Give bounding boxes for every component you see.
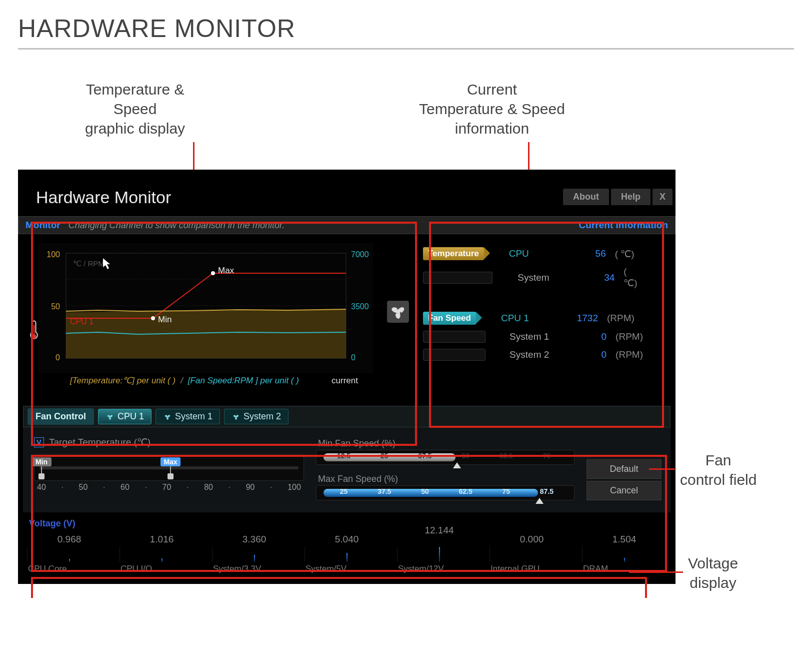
current-info: Temperature CPU 56 ( ℃) System 34 ( ℃) — [423, 243, 643, 388]
fan-cpu1-label: CPU 1 — [501, 313, 561, 324]
help-button[interactable]: Help — [611, 189, 650, 205]
target-temp-ticks: 40· 50· 60· 70· 80· 90· 100 — [34, 481, 304, 492]
target-temp-slider[interactable]: Min Max — [34, 454, 304, 481]
voltage-row: 0.968 CPU Core 1.016 CPU I/O 3.360 Syste… — [23, 531, 670, 578]
monitor-subtitle: Changing Channel to show comparison in t… — [68, 220, 285, 231]
ann-graphic: Temperature & Speed graphic display — [85, 80, 185, 138]
ann-fan: Fan control field — [680, 450, 756, 489]
temp-cpu-value: 56 — [578, 248, 606, 259]
voltage-name: System/3.3V — [212, 562, 296, 574]
voltage-cell: 3.360 System/3.3V — [208, 532, 300, 576]
fanspeed-badge: Fan Speed — [423, 312, 476, 325]
target-temp-row: V Target Temperature (℃) — [34, 436, 304, 448]
voltage-name: System/12V — [397, 562, 482, 574]
voltage-heading: Voltage (V) — [23, 516, 670, 531]
svg-text:100: 100 — [46, 250, 60, 259]
fan-cpu1-value: 1732 — [570, 313, 598, 324]
svg-point-1 — [32, 334, 36, 339]
voltage-value: 12.144 — [397, 525, 482, 538]
temp-sys-unit: ( ℃) — [624, 266, 643, 289]
footer-temp: [Temperature:℃] per unit ( ) — [70, 375, 176, 386]
temperature-badge: Temperature — [423, 247, 484, 260]
min-speed-label: Min Fan Speed (%) — [318, 438, 574, 449]
titlebar: Hardware Monitor About Help X — [18, 170, 676, 216]
fan-mini-icon — [106, 412, 114, 421]
voltage-cell: 5.040 System/5V — [300, 532, 393, 576]
voltage-cell: 0.968 CPU Core — [23, 532, 116, 576]
tab-system2[interactable]: System 2 — [224, 409, 288, 424]
temp-sys-label: System — [518, 272, 578, 283]
voltage-value: 0.000 — [490, 534, 574, 547]
svg-text:Max: Max — [218, 266, 234, 275]
svg-text:7000: 7000 — [351, 250, 369, 259]
annotations-top: Temperature & Speed graphic display Curr… — [18, 80, 794, 170]
voltage-name: CPU I/O — [120, 562, 204, 574]
voltage-cell: 1.504 DRAM — [578, 532, 670, 576]
badge-slot — [423, 272, 492, 284]
fan-sys2-value: 0 — [578, 349, 606, 360]
svg-text:℃ / RPM: ℃ / RPM — [73, 259, 104, 268]
monitor-header: Monitor Changing Channel to show compari… — [18, 216, 676, 234]
temp-cpu-unit: ( ℃) — [615, 248, 634, 260]
voltage-value: 5.040 — [304, 534, 389, 547]
voltage-value: 1.504 — [582, 534, 666, 547]
voltage-name: System/5V — [304, 562, 389, 574]
voltage-name: CPU Core — [27, 562, 112, 574]
page-title: HARDWARE MONITOR — [18, 14, 794, 50]
temp-cpu-label: CPU — [509, 248, 569, 259]
svg-text:CPU 1: CPU 1 — [70, 317, 94, 326]
svg-point-16 — [211, 271, 215, 275]
max-speed-label: Max Fan Speed (%) — [318, 474, 574, 484]
about-button[interactable]: About — [563, 189, 609, 205]
fan-control-tabs: Fan Control CPU 1 System 1 System 2 — [23, 406, 670, 427]
fan-sys1-unit: (RPM) — [616, 331, 643, 342]
fan-sys1-value: 0 — [578, 331, 606, 342]
current-info-heading: Current Information — [579, 220, 668, 231]
fan-mini-icon — [232, 412, 240, 421]
voltage-value: 0.968 — [27, 534, 112, 547]
fan-icon — [387, 301, 409, 325]
max-speed-slider[interactable]: 25 37.5 50 62.5 75 87.5 — [316, 485, 574, 500]
ann-voltage: Voltage display — [688, 553, 738, 592]
tab-cpu1[interactable]: CPU 1 — [98, 409, 152, 424]
min-speed-slider[interactable]: 12.5 25 37.5 50 62.5 75 — [316, 450, 574, 465]
badge-slot — [423, 349, 486, 361]
footer-current: current — [332, 376, 358, 386]
tab-system1[interactable]: System 1 — [156, 409, 220, 424]
cancel-button[interactable]: Cancel — [586, 481, 662, 500]
target-temp-checkbox[interactable]: V — [34, 437, 44, 447]
voltage-cell: 1.016 CPU I/O — [116, 532, 208, 576]
svg-text:0: 0 — [56, 353, 60, 362]
target-temp-label: Target Temperature (℃) — [49, 436, 150, 448]
chart-footer: [Temperature:℃] per unit ( ) / [Fan Spee… — [38, 373, 373, 388]
fan-sys2-unit: (RPM) — [616, 349, 643, 360]
fan-sys1-label: System 1 — [510, 331, 570, 342]
close-button[interactable]: X — [652, 189, 672, 205]
svg-rect-0 — [34, 325, 34, 336]
svg-text:50: 50 — [51, 302, 60, 311]
voltage-cell: 0.000 Internal GPU — [486, 532, 578, 576]
voltage-cell: 12.144 System/12V — [393, 532, 486, 576]
ann-current: Current Temperature & Speed information — [419, 80, 565, 138]
monitor-heading: Monitor — [26, 220, 60, 231]
fan-cpu1-unit: (RPM) — [607, 313, 634, 324]
svg-point-15 — [151, 316, 155, 320]
fan-sys2-label: System 2 — [510, 349, 570, 360]
temp-sys-value: 34 — [586, 272, 614, 283]
voltage-value: 1.016 — [120, 534, 204, 547]
svg-text:3500: 3500 — [351, 302, 369, 311]
svg-text:0: 0 — [351, 353, 356, 362]
footer-fan: [Fan Speed:RPM ] per unit ( ) — [188, 376, 299, 386]
voltage-name: Internal GPU — [490, 562, 574, 574]
app-window: Hardware Monitor About Help X Monitor Ch… — [18, 170, 676, 584]
svg-text:Min: Min — [158, 315, 172, 324]
fan-control-heading: Fan Control — [28, 408, 94, 425]
monitor-chart: 100 50 0 7000 3500 0 ℃ / RPM — [38, 243, 373, 388]
badge-slot — [423, 331, 486, 343]
voltage-value: 3.360 — [212, 534, 296, 547]
fan-mini-icon — [163, 412, 172, 421]
